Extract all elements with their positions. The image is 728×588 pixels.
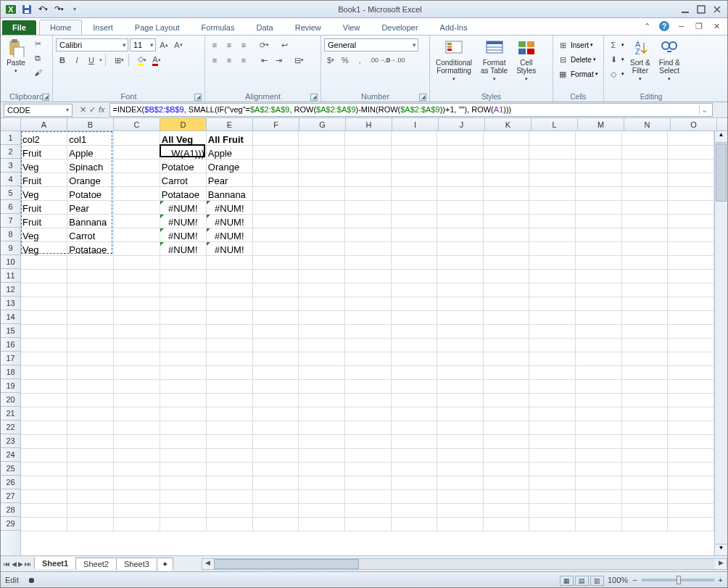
cell-D23[interactable] — [160, 434, 206, 448]
cell-E23[interactable] — [206, 434, 252, 448]
cell-E25[interactable] — [206, 462, 252, 476]
scroll-left-icon[interactable]: ◀ — [202, 559, 214, 569]
cell-O7[interactable] — [668, 214, 714, 228]
cell-O4[interactable] — [668, 173, 714, 186]
app-minimize-icon[interactable]: ─ — [675, 20, 688, 33]
cell-N12[interactable] — [621, 283, 668, 297]
cell-F5[interactable] — [252, 186, 299, 200]
cell-C26[interactable] — [114, 476, 160, 489]
cell-B20[interactable] — [67, 393, 114, 407]
cell-A5[interactable]: Veg — [21, 186, 67, 200]
cell-N21[interactable] — [621, 407, 668, 421]
cell-J6[interactable] — [437, 200, 484, 214]
column-header-N[interactable]: N — [624, 118, 671, 131]
cell-E5[interactable]: Bannana — [206, 186, 252, 200]
cell-I3[interactable] — [391, 159, 437, 173]
cell-C1[interactable] — [114, 131, 160, 145]
app-close-icon[interactable]: ✕ — [710, 20, 723, 33]
cell-N28[interactable] — [621, 503, 668, 517]
cell-H28[interactable] — [344, 503, 391, 517]
cell-I22[interactable] — [391, 421, 437, 434]
cell-J23[interactable] — [437, 434, 484, 448]
row-header-10[interactable]: 10 — [1, 255, 20, 269]
cell-K6[interactable] — [483, 200, 529, 214]
cell-L25[interactable] — [529, 462, 576, 476]
cell-M20[interactable] — [576, 393, 622, 407]
cell-G29[interactable] — [299, 517, 345, 531]
cell-H29[interactable] — [344, 517, 391, 531]
delete-cells-button[interactable]: ⊟Delete▾ — [556, 53, 596, 66]
cell-H11[interactable] — [344, 269, 391, 283]
cell-O13[interactable] — [668, 297, 714, 310]
cell-M24[interactable] — [576, 448, 622, 462]
column-header-B[interactable]: B — [67, 118, 114, 131]
cell-H20[interactable] — [344, 393, 391, 407]
cell-D12[interactable] — [160, 283, 206, 297]
cell-O8[interactable] — [668, 228, 714, 241]
cell-I7[interactable] — [391, 214, 437, 228]
cell-J27[interactable] — [437, 489, 484, 503]
cell-D10[interactable] — [160, 255, 206, 269]
cell-C18[interactable] — [114, 365, 160, 379]
cell-K27[interactable] — [483, 489, 529, 503]
cell-N29[interactable] — [621, 517, 668, 531]
row-header-21[interactable]: 21 — [1, 407, 20, 421]
cell-H19[interactable] — [344, 379, 391, 393]
cell-B22[interactable] — [67, 421, 114, 434]
cell-G28[interactable] — [299, 503, 345, 517]
cell-B16[interactable] — [67, 338, 114, 352]
cell-K18[interactable] — [483, 365, 529, 379]
cell-N8[interactable] — [621, 228, 668, 241]
cell-O28[interactable] — [668, 503, 714, 517]
cell-G24[interactable] — [299, 448, 345, 462]
cell-J15[interactable] — [437, 324, 484, 338]
cell-B2[interactable]: Apple — [67, 145, 114, 159]
cell-E4[interactable]: Pear — [206, 173, 252, 186]
cell-K3[interactable] — [483, 159, 529, 173]
cell-H9[interactable] — [344, 241, 391, 255]
cell-M15[interactable] — [576, 324, 622, 338]
cell-G19[interactable] — [299, 379, 345, 393]
cell-D7[interactable]: #NUM! — [160, 214, 206, 228]
cell-F2[interactable] — [252, 145, 299, 159]
cell-G18[interactable] — [299, 365, 345, 379]
cell-A11[interactable] — [21, 269, 67, 283]
cell-D17[interactable] — [160, 352, 206, 365]
cell-N24[interactable] — [621, 448, 668, 462]
decrease-decimal-icon[interactable]: .0→.00 — [388, 54, 401, 67]
normal-view-icon[interactable]: ▦ — [560, 576, 574, 586]
cell-I16[interactable] — [391, 338, 437, 352]
cell-L9[interactable] — [529, 241, 576, 255]
cell-J10[interactable] — [437, 255, 484, 269]
cell-D26[interactable] — [160, 476, 206, 489]
cell-N18[interactable] — [621, 365, 668, 379]
cell-C12[interactable] — [114, 283, 160, 297]
cell-D3[interactable]: Potatoe — [160, 159, 206, 173]
column-header-C[interactable]: C — [114, 118, 160, 131]
cell-N1[interactable] — [621, 131, 668, 145]
cell-H13[interactable] — [344, 297, 391, 310]
row-header-17[interactable]: 17 — [1, 352, 20, 365]
decrease-indent-icon[interactable]: ⇤ — [257, 54, 270, 67]
cell-B15[interactable] — [67, 324, 114, 338]
cell-K4[interactable] — [483, 173, 529, 186]
cell-K7[interactable] — [483, 214, 529, 228]
cut-icon[interactable]: ✂ — [31, 37, 44, 50]
cell-D20[interactable] — [160, 393, 206, 407]
cell-F25[interactable] — [252, 462, 299, 476]
cell-H4[interactable] — [344, 173, 391, 186]
cell-M11[interactable] — [576, 269, 622, 283]
scroll-thumb[interactable] — [214, 559, 359, 569]
cell-F29[interactable] — [252, 517, 299, 531]
cell-B13[interactable] — [67, 297, 114, 310]
cell-K13[interactable] — [483, 297, 529, 310]
cell-G8[interactable] — [299, 228, 345, 241]
cell-L7[interactable] — [529, 214, 576, 228]
excel-icon[interactable]: X — [4, 2, 18, 17]
cell-M3[interactable] — [576, 159, 622, 173]
cell-C28[interactable] — [114, 503, 160, 517]
cell-G6[interactable] — [299, 200, 345, 214]
cell-A8[interactable]: Veg — [21, 228, 67, 241]
cell-E16[interactable] — [206, 338, 252, 352]
row-header-11[interactable]: 11 — [1, 269, 20, 283]
